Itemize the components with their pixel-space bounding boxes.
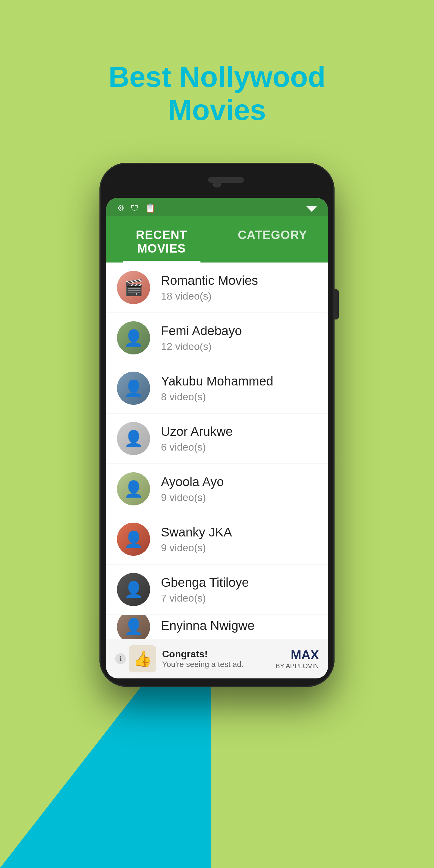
ad-logo-max: MAX: [276, 648, 319, 662]
list-item[interactable]: 👤 Swanky JKA 9 video(s): [106, 514, 328, 564]
item-count: 7 video(s): [161, 592, 317, 604]
avatar: 👤: [117, 372, 150, 405]
phone-side-button: [335, 289, 339, 319]
avatar: 👤: [117, 523, 150, 556]
ad-icon: 👍: [129, 645, 156, 673]
avatar: 👤: [117, 321, 150, 354]
item-name: Romantic Movies: [161, 273, 317, 288]
list-item[interactable]: 👤 Ayoola Ayo 9 video(s): [106, 464, 328, 514]
status-bar: ⚙ 🛡 📋: [106, 198, 328, 216]
phone-notch: [106, 171, 328, 195]
phone-screen: ⚙ 🛡 📋 RECENT MOVIES C: [106, 198, 328, 678]
item-info: Ayoola Ayo 9 video(s): [161, 475, 317, 503]
item-name: Uzor Arukwe: [161, 424, 317, 439]
svg-marker-2: [310, 210, 313, 212]
item-count: 18 video(s): [161, 290, 317, 302]
avatar: 🎬: [117, 271, 150, 304]
item-count: 8 video(s): [161, 391, 317, 403]
item-info: Romantic Movies 18 video(s): [161, 273, 317, 302]
list-item-partial[interactable]: 👤 Enyinna Nwigwe: [106, 615, 328, 639]
list-item[interactable]: 👤 Uzor Arukwe 6 video(s): [106, 413, 328, 464]
avatar: 👤: [117, 472, 150, 505]
avatar: 👤: [117, 422, 150, 455]
ad-logo-by: BY APPLOVIN: [276, 662, 319, 670]
phone-speaker: [208, 177, 244, 183]
page-title: Best Nollywood Movies: [0, 0, 434, 151]
avatar: 👤: [117, 573, 150, 606]
item-name: Yakubu Mohammed: [161, 374, 317, 389]
item-info: Yakubu Mohammed 8 video(s): [161, 374, 317, 403]
movie-list: 🎬 Romantic Movies 18 video(s) 👤 Femi Ade…: [106, 262, 328, 678]
item-info: Gbenga Titiloye 7 video(s): [161, 575, 317, 604]
wifi-icon: [306, 204, 317, 213]
item-count: 9 video(s): [161, 542, 317, 554]
settings-icon: ⚙: [117, 203, 124, 213]
ad-info-button[interactable]: ℹ: [115, 653, 126, 664]
ad-logo: MAX BY APPLOVIN: [276, 648, 319, 670]
avatar: 👤: [117, 615, 150, 639]
ad-text-area: Congrats! You're seeing a test ad.: [162, 649, 270, 669]
tab-category[interactable]: CATEGORY: [217, 216, 328, 262]
list-item[interactable]: 👤 Femi Adebayo 12 video(s): [106, 313, 328, 363]
item-name: Swanky JKA: [161, 525, 317, 539]
item-info: Swanky JKA 9 video(s): [161, 525, 317, 554]
phone-mockup: ⚙ 🛡 📋 RECENT MOVIES C: [99, 163, 335, 687]
clipboard-icon: 📋: [145, 203, 156, 213]
tab-recent-movies[interactable]: RECENT MOVIES: [106, 216, 217, 262]
item-name: Ayoola Ayo: [161, 475, 317, 489]
ad-banner: ℹ 👍 Congrats! You're seeing a test ad. M…: [106, 639, 328, 678]
app-tabs: RECENT MOVIES CATEGORY: [106, 216, 328, 262]
list-item[interactable]: 🎬 Romantic Movies 18 video(s): [106, 262, 328, 313]
status-icons-left: ⚙ 🛡 📋: [117, 203, 156, 213]
item-count: 6 video(s): [161, 441, 317, 453]
item-count: 9 video(s): [161, 492, 317, 503]
shield-icon: 🛡: [130, 203, 139, 213]
item-info: Uzor Arukwe 6 video(s): [161, 424, 317, 453]
ad-sub-text: You're seeing a test ad.: [162, 660, 270, 669]
item-info: Femi Adebayo 12 video(s): [161, 324, 317, 352]
list-item[interactable]: 👤 Yakubu Mohammed 8 video(s): [106, 363, 328, 413]
ad-congrats-text: Congrats!: [162, 649, 270, 660]
item-info: Enyinna Nwigwe: [161, 618, 317, 635]
item-name: Enyinna Nwigwe: [161, 618, 317, 633]
list-item[interactable]: 👤 Gbenga Titiloye 7 video(s): [106, 564, 328, 615]
item-name: Gbenga Titiloye: [161, 575, 317, 590]
item-name: Femi Adebayo: [161, 324, 317, 338]
item-count: 12 video(s): [161, 341, 317, 352]
